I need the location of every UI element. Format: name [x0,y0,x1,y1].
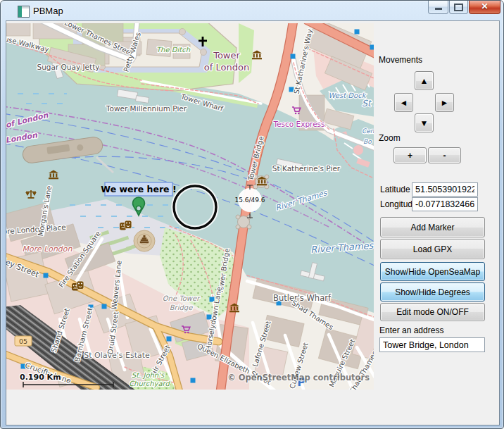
minimize-button[interactable] [428,1,448,14]
close-button[interactable]: ✕ [469,1,500,14]
seamark-icon [191,378,196,383]
seamark-icon [167,337,172,342]
map-label: Sugar Quay Jetty [37,63,100,71]
map-label: Tower Millennium Pier [106,104,187,113]
map-label: Tesco Express [272,120,325,128]
map-attribution: © OpenStreetMap contributors [227,373,370,383]
add-marker-button[interactable]: Add Marker [380,217,485,237]
map-label: The Ditch [156,46,191,54]
titlebar[interactable]: PBMap ✕ [1,1,503,21]
map-label: Bridge [170,304,193,312]
seamark-icon [44,273,49,278]
longitude-input[interactable] [412,197,478,211]
maximize-button[interactable] [449,1,468,14]
map-label: Cen [362,128,374,135]
map-view[interactable]: P [6,23,374,390]
toggle-degrees-button[interactable]: Show/Hide Degrees [380,282,485,301]
map-label: Butler's Wharf [273,293,332,303]
address-input[interactable] [379,337,485,352]
maximize-icon [454,4,463,11]
marker-tooltip: We were here ! [101,182,176,196]
zoom-label: Zoom [379,133,401,143]
address-label: Enter an address [379,325,443,335]
edit-mode-button[interactable]: Edit mode ON/OFF [380,303,485,321]
screen: PBMap ✕ [0,0,504,429]
movements-label: Movements [379,55,422,65]
tooltip-text: We were here ! [101,184,176,194]
seamark-icon [355,30,360,35]
map-label: One Tower [163,294,201,302]
map-label: St Katherine's Pier [272,164,341,173]
map-label: of London [204,62,249,73]
seamark-icon [370,45,374,50]
map-label: St Ka [362,98,374,108]
app-icon [18,6,30,18]
toggle-openseamap-button[interactable]: Show/Hide OpenSeaMap [380,262,485,281]
seamark-icon [291,54,296,59]
map-label: More London [22,244,73,254]
move-down-button[interactable]: ▼ [415,113,434,132]
move-up-button[interactable]: ▲ [415,71,434,90]
latitude-label: Latitude [380,185,410,194]
map-label: Tower [213,50,240,61]
minimize-icon [435,8,442,10]
move-left-button[interactable]: ◄ [394,93,413,112]
map-label: St. John's [132,371,165,379]
window-title: PBMap [33,6,63,16]
map-canvas[interactable]: P [6,23,374,390]
road-ref-badge: 05 [15,336,32,346]
move-right-button[interactable]: ► [435,93,454,112]
map-label: St Olave's Estate [84,351,150,360]
map-label: Bo [363,138,372,145]
clearance-text: 15.6/49.6 [234,197,265,204]
pbmap-window: PBMap ✕ [0,0,504,429]
seamark-icon [102,304,107,309]
latitude-input[interactable] [412,182,478,197]
svg-text:05: 05 [19,337,27,345]
map-label: Churchyard [129,380,170,388]
zoom-out-button[interactable]: - [428,147,461,163]
zoom-in-button[interactable]: + [393,147,427,163]
load-gpx-button[interactable]: Load GPX [380,239,485,259]
scale-text: 0.190 Km [20,373,61,382]
